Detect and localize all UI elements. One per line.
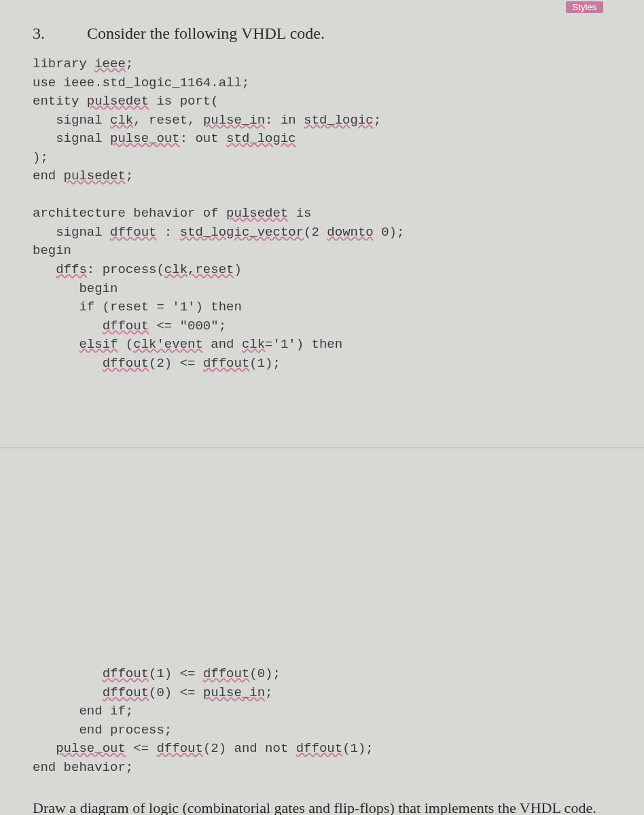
question-prompt: Consider the following VHDL code.: [87, 24, 325, 43]
vhdl-code-top: library ieee; use ieee.std_logic_1164.al…: [33, 55, 624, 373]
vhdl-code-bottom: dffout(1) <= dffout(0); dffout(0) <= pul…: [33, 665, 624, 777]
styles-tab: Styles: [566, 1, 603, 13]
page-content: 3. Consider the following VHDL code. lib…: [0, 0, 644, 815]
page-gap: [33, 373, 624, 658]
question-header: 3. Consider the following VHDL code.: [33, 24, 624, 43]
page-fold-shadow: [0, 447, 644, 449]
instruction-text: Draw a diagram of logic (combinatorial g…: [33, 798, 624, 815]
question-number: 3.: [33, 24, 87, 43]
